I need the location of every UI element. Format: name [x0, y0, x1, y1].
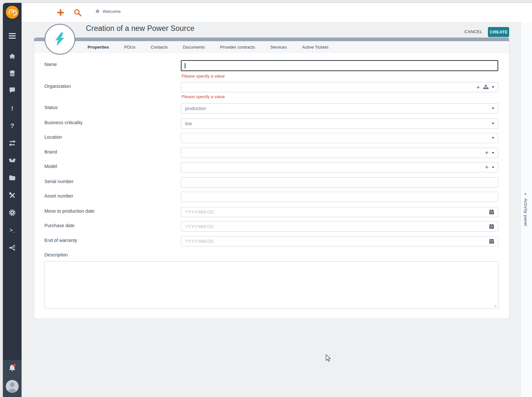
model-input[interactable] — [181, 162, 498, 172]
organization-input[interactable] — [181, 82, 498, 92]
folder-icon[interactable] — [3, 174, 22, 181]
plus-icon[interactable]: + — [476, 85, 480, 89]
resize-grip-icon[interactable] — [493, 304, 497, 308]
breadcrumb[interactable]: Welcome — [95, 9, 121, 14]
location-select[interactable] — [181, 133, 498, 143]
sidebar-footer — [3, 360, 22, 397]
object-class-badge — [44, 24, 75, 55]
create-button[interactable]: CREATE — [488, 27, 509, 37]
tab-services[interactable]: Services — [270, 45, 287, 50]
text-caret — [185, 63, 185, 69]
organization-field[interactable]: + — [181, 82, 498, 92]
asset-number-input[interactable] — [181, 192, 498, 202]
mouse-cursor — [325, 354, 332, 362]
plus-icon[interactable]: + — [485, 165, 489, 170]
quick-create-button[interactable] — [55, 7, 66, 18]
name-input[interactable] — [182, 61, 498, 70]
notifications-bell-icon[interactable] — [3, 364, 22, 372]
caret-down-icon[interactable] — [492, 167, 494, 168]
hierarchy-icon[interactable] — [483, 85, 489, 90]
tab-pdus[interactable]: PDUs — [124, 45, 135, 50]
transfer-arrows-icon[interactable] — [3, 140, 22, 147]
share-graph-icon[interactable] — [3, 244, 22, 251]
database-icon[interactable] — [3, 70, 22, 77]
field-label-description: Description — [44, 252, 68, 257]
app-window: ! ? >_ — [3, 3, 532, 397]
breadcrumb-home-icon — [95, 9, 100, 14]
status-value: production — [185, 106, 206, 111]
sidebar: ! ? >_ — [3, 3, 22, 397]
move-to-production-date-input[interactable] — [181, 207, 498, 217]
field-label-location: Location — [44, 134, 62, 140]
caret-down-icon[interactable] — [492, 87, 494, 88]
caret-down-icon[interactable] — [492, 137, 494, 139]
field-label-move-to-production-date: Move to production date — [44, 208, 95, 214]
menu-toggle-icon[interactable] — [3, 32, 22, 39]
cancel-button[interactable]: CANCEL — [464, 29, 482, 34]
move-to-production-date-field[interactable] — [181, 207, 498, 217]
question-icon[interactable]: ? — [3, 122, 22, 129]
tab-contacts[interactable]: Contacts — [151, 45, 168, 50]
field-label-model: Model — [44, 164, 57, 169]
handshake-icon[interactable] — [3, 157, 22, 164]
caret-down-icon[interactable] — [492, 123, 494, 125]
user-avatar[interactable] — [3, 379, 22, 393]
tab-bar: Properties PDUs Contacts Documents Provi… — [34, 41, 509, 53]
comment-icon[interactable] — [3, 87, 22, 94]
purchase-date-field[interactable] — [181, 221, 498, 232]
top-toolbar: Welcome — [22, 3, 532, 23]
tools-icon[interactable] — [3, 192, 22, 199]
calendar-icon[interactable] — [489, 224, 494, 229]
brand-field[interactable]: + — [181, 148, 498, 158]
exclamation-icon[interactable]: ! — [3, 105, 22, 112]
power-source-bolt-icon — [52, 32, 67, 47]
caret-down-icon[interactable] — [492, 152, 494, 154]
home-icon[interactable] — [3, 53, 22, 60]
tab-documents[interactable]: Documents — [183, 45, 205, 50]
field-label-status: Status — [44, 105, 58, 110]
page-title: Creation of a new Power Source — [86, 24, 194, 33]
name-field[interactable] — [181, 60, 498, 71]
end-of-warranty-input[interactable] — [181, 236, 498, 246]
business-criticality-value: low — [185, 121, 192, 126]
field-label-serial-number: Serial number — [44, 179, 73, 184]
serial-number-input[interactable] — [181, 178, 498, 187]
field-label-purchase-date: Purchase date — [44, 223, 75, 228]
terminal-icon[interactable]: >_ — [3, 227, 22, 234]
name-error: Please specify a value — [182, 74, 225, 78]
tab-properties[interactable]: Properties — [88, 45, 109, 50]
tab-active-tickets[interactable]: Active Tickets — [302, 45, 329, 50]
purchase-date-input[interactable] — [181, 222, 498, 231]
chevron-left-icon[interactable]: ‹ — [525, 191, 526, 196]
tab-provider-contracts[interactable]: Provider contracts — [220, 45, 255, 50]
field-label-name: Name — [44, 62, 57, 67]
field-label-business-criticality: Business criticality — [44, 120, 82, 125]
field-label-organization: Organization — [44, 84, 71, 89]
organization-error: Please specify a value — [182, 94, 225, 99]
plus-icon[interactable]: + — [485, 151, 489, 155]
brand-input[interactable] — [181, 148, 498, 158]
asset-number-field[interactable] — [181, 192, 498, 202]
breadcrumb-label: Welcome — [103, 9, 121, 14]
model-field[interactable]: + — [181, 162, 498, 172]
caret-down-icon[interactable] — [492, 108, 494, 109]
business-criticality-select[interactable]: low — [181, 118, 498, 129]
search-icon[interactable] — [72, 7, 83, 18]
gear-icon[interactable] — [3, 209, 22, 216]
calendar-icon[interactable] — [489, 209, 494, 215]
field-label-asset-number: Asset number — [44, 193, 73, 198]
card-top-bar — [34, 38, 509, 41]
itop-logo-icon[interactable] — [6, 6, 19, 19]
field-label-brand: Brand — [44, 149, 57, 154]
calendar-icon[interactable] — [489, 239, 494, 244]
description-textarea[interactable] — [44, 261, 499, 309]
field-label-end-of-warranty: End of warranty — [44, 238, 77, 243]
end-of-warranty-field[interactable] — [181, 236, 498, 246]
serial-number-field[interactable] — [181, 177, 498, 188]
activity-panel-label: Activity panel — [523, 198, 528, 226]
status-select[interactable]: production — [181, 103, 498, 114]
